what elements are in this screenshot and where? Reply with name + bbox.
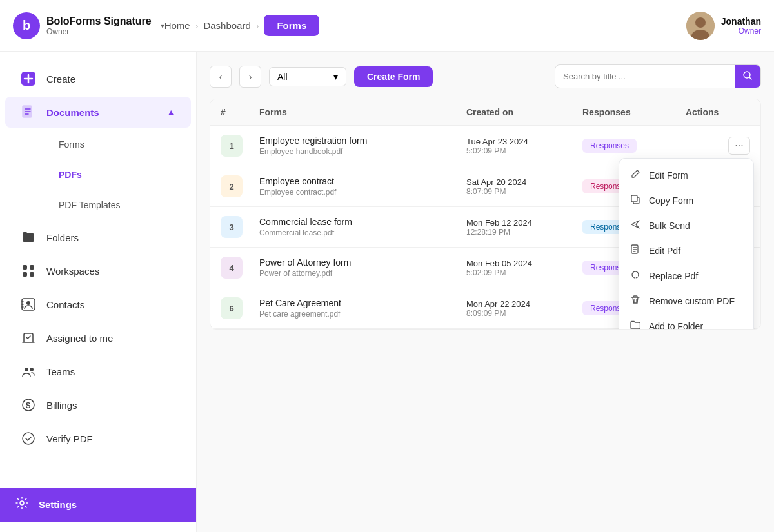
svg-rect-8 — [30, 272, 34, 277]
date-info-5: Mon Apr 22 2024 8:09:09 PM — [466, 299, 582, 318]
form-file-5: Pet care agreement.pdf — [259, 310, 466, 319]
copy-form-label: Copy Form — [649, 195, 693, 206]
svg-point-1 — [695, 17, 706, 28]
menu-copy-form[interactable]: Copy Form — [619, 188, 753, 213]
sidebar-item-assigned[interactable]: Assigned to me — [5, 322, 191, 353]
add-folder-label: Add to Folder — [649, 321, 703, 330]
copy-form-icon — [630, 194, 641, 206]
form-file-3: Commercial lease.pdf — [259, 228, 466, 237]
user-section: Jonathan Owner — [686, 12, 761, 40]
svg-rect-6 — [30, 265, 34, 270]
col-responses: Responses — [582, 107, 686, 117]
date-main-3: Mon Feb 12 2024 — [466, 218, 582, 228]
nav-dashboard[interactable]: Dashboard — [203, 20, 250, 31]
date-info-2: Sat Apr 20 2024 8:07:09 PM — [466, 177, 582, 196]
create-form-button[interactable]: Create Form — [354, 66, 433, 87]
date-main-2: Sat Apr 20 2024 — [466, 177, 582, 187]
menu-add-folder[interactable]: Add to Folder — [619, 313, 753, 330]
sub-line-templates — [48, 195, 48, 215]
row-num-1: 1 — [221, 135, 243, 157]
row-num-3: 3 — [221, 216, 243, 238]
form-file-4: Power of attorney.pdf — [259, 269, 466, 278]
add-folder-icon — [630, 320, 641, 330]
svg-point-15 — [23, 433, 34, 444]
filter-dropdown[interactable]: All ▾ — [269, 67, 346, 86]
date-time-5: 8:09:09 PM — [466, 309, 582, 318]
badge-cell-1: Responses — [582, 139, 686, 153]
sidebar-item-folders[interactable]: Folders — [5, 222, 191, 253]
nav-links: Home › Dashboard › Forms — [164, 15, 686, 36]
filter-chevron-icon: ▾ — [333, 72, 338, 82]
form-file-2: Employee contract.pdf — [259, 188, 466, 197]
sidebar-item-teams[interactable]: Teams — [5, 356, 191, 387]
search-box — [555, 64, 761, 88]
sidebar-create-label: Create — [46, 74, 75, 84]
date-main-4: Mon Feb 05 2024 — [466, 259, 582, 268]
user-name: Jonathan — [721, 16, 761, 26]
svg-rect-5 — [23, 265, 27, 270]
replace-pdf-label: Replace Pdf — [649, 271, 698, 281]
menu-edit-form[interactable]: Edit Form — [619, 163, 753, 188]
edit-form-label: Edit Form — [649, 170, 688, 181]
prev-page-button[interactable]: ‹ — [210, 66, 232, 88]
main-layout: Create Documents ▲ Forms PDFs — [0, 52, 774, 532]
sidebar-item-pdf-templates[interactable]: PDF Templates — [37, 190, 191, 220]
top-navigation: b BoloForms Signature Owner ▾ Home › Das… — [0, 0, 774, 52]
plus-icon — [21, 71, 36, 86]
contacts-label: Contacts — [46, 299, 84, 310]
svg-point-12 — [30, 368, 34, 371]
row-num-5: 6 — [221, 297, 243, 319]
bulk-send-icon — [630, 219, 641, 232]
billings-label: Billings — [46, 400, 77, 411]
sidebar-item-contacts[interactable]: Contacts — [5, 289, 191, 320]
assigned-label: Assigned to me — [46, 333, 113, 344]
sidebar-item-pdfs[interactable]: PDFs — [37, 160, 191, 190]
menu-edit-pdf[interactable]: Edit Pdf — [619, 238, 753, 263]
sidebar-documents-label: Documents — [46, 107, 99, 118]
sidebar-item-documents[interactable]: Documents ▲ — [5, 97, 191, 128]
date-time-4: 5:02:09 PM — [466, 268, 582, 277]
date-main-5: Mon Apr 22 2024 — [466, 299, 582, 309]
replace-pdf-icon — [630, 270, 641, 282]
sidebar: Create Documents ▲ Forms PDFs — [0, 52, 197, 532]
sidebar-item-create[interactable]: Create — [5, 63, 191, 94]
remove-custom-icon — [630, 295, 641, 307]
more-actions-button-1[interactable]: ··· — [728, 137, 750, 155]
date-time-3: 12:28:19 PM — [466, 228, 582, 237]
row-num-2: 2 — [221, 175, 243, 197]
sidebar-sub-section: Forms PDFs PDF Templates — [0, 129, 196, 221]
search-button[interactable] — [735, 65, 760, 88]
next-page-button[interactable]: › — [239, 66, 261, 88]
svg-text:$: $ — [26, 400, 31, 410]
date-time-1: 5:02:09 PM — [466, 146, 582, 155]
date-info-3: Mon Feb 12 2024 12:28:19 PM — [466, 218, 582, 237]
nav-forms-active[interactable]: Forms — [264, 15, 319, 36]
nav-arrow-2: › — [256, 21, 259, 31]
svg-rect-19 — [631, 195, 637, 202]
edit-pdf-icon — [630, 244, 641, 257]
menu-bulk-send[interactable]: Bulk Send — [619, 213, 753, 238]
form-info-2: Employee contract Employee contract.pdf — [259, 176, 466, 197]
response-badge-1[interactable]: Responses — [582, 139, 637, 153]
workspaces-icon — [21, 263, 36, 279]
contacts-icon — [21, 297, 36, 312]
menu-replace-pdf[interactable]: Replace Pdf — [619, 263, 753, 288]
form-name-3: Commercial lease form — [259, 217, 466, 227]
sidebar-item-billings[interactable]: $ Billings — [5, 389, 191, 420]
menu-remove-custom[interactable]: Remove custom PDF — [619, 288, 753, 313]
svg-point-10 — [26, 301, 30, 305]
forms-label: Forms — [59, 139, 84, 150]
settings-label: Settings — [39, 499, 77, 510]
nav-home[interactable]: Home — [164, 20, 190, 31]
sidebar-item-verify[interactable]: Verify PDF — [5, 423, 191, 454]
sidebar-item-forms[interactable]: Forms — [37, 130, 191, 159]
avatar — [686, 12, 715, 40]
brand-section[interactable]: b BoloForms Signature Owner ▾ — [13, 12, 164, 39]
form-info-4: Power of Attorney form Power of attorney… — [259, 257, 466, 278]
date-main-1: Tue Apr 23 2024 — [466, 137, 582, 146]
sidebar-item-settings[interactable]: Settings — [0, 488, 196, 522]
sidebar-item-workspaces[interactable]: Workspaces — [5, 255, 191, 286]
form-name-4: Power of Attorney form — [259, 257, 466, 268]
verify-label: Verify PDF — [46, 433, 93, 444]
search-input[interactable] — [555, 66, 735, 86]
